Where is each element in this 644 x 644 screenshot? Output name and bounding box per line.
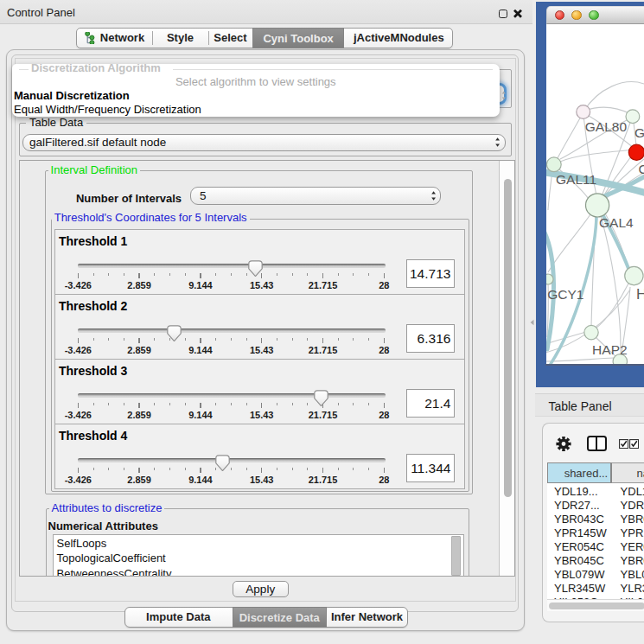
svg-text:GAL80: GAL80 xyxy=(585,119,628,134)
svg-text:GA: GA xyxy=(634,125,644,140)
svg-text:H: H xyxy=(636,285,644,302)
svg-text:GAL11: GAL11 xyxy=(556,172,596,187)
svg-text:C: C xyxy=(639,161,644,175)
svg-text:HAP2: HAP2 xyxy=(592,341,628,356)
svg-text:GCY1: GCY1 xyxy=(547,286,583,301)
svg-text:GAL4: GAL4 xyxy=(599,215,634,230)
